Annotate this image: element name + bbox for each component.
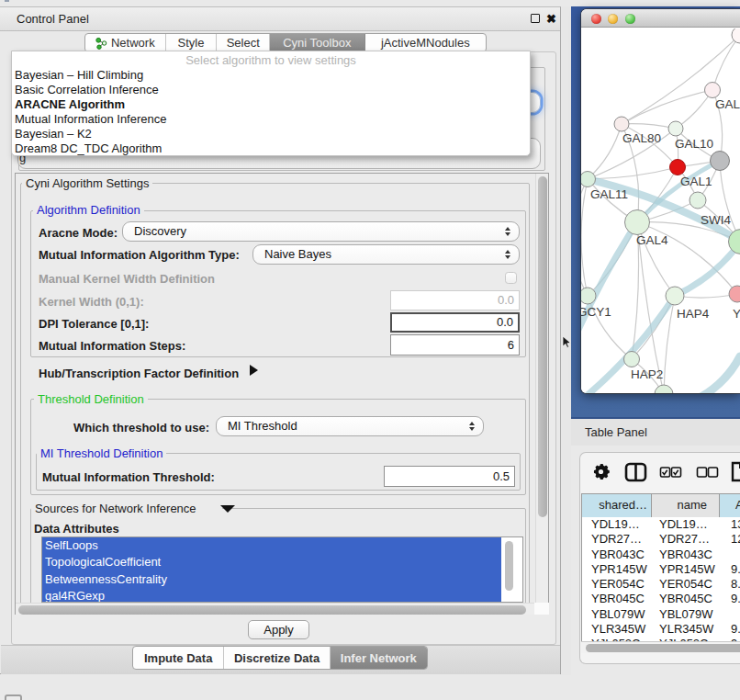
vertical-scrollbar[interactable] <box>535 174 548 615</box>
threshold-definition-title: Threshold Definition <box>34 393 148 405</box>
table-column-header[interactable]: shared… <box>582 494 652 517</box>
network-node-pink1[interactable] <box>705 83 721 98</box>
bottom-tab-discretize-data[interactable]: Discretize Data <box>224 647 330 669</box>
network-canvas[interactable]: GALGAL80GAL10GAL1GAL11SWI4GAL4GCY1HAP4YH… <box>581 28 740 393</box>
list-scrollbar-thumb[interactable] <box>505 541 513 591</box>
table-row[interactable]: YBR043CYBR043C <box>582 548 740 562</box>
network-node-label: GAL <box>715 97 740 111</box>
mi-steps-field[interactable]: 6 <box>390 334 520 356</box>
dpi-tolerance-field[interactable]: 0.0 <box>390 312 520 333</box>
table-horizontal-scrollbar[interactable] <box>581 641 740 653</box>
cytoscape-screen: Control Panel ✖ NetworkStyleSelectCyni T… <box>0 0 740 700</box>
zoom-traffic-light-icon[interactable] <box>625 14 635 24</box>
table-row[interactable]: YER054CYER054C8. <box>582 577 740 592</box>
manual-kernel-checkbox[interactable] <box>505 272 517 284</box>
table-row[interactable]: YDR27…YDR27…12 <box>582 532 740 547</box>
aracne-mode-label: Aracne Mode: <box>39 226 118 240</box>
algorithm-definition-title: Algorithm Definition <box>33 204 144 216</box>
dropdown-item[interactable]: Mutual Information Inference <box>15 112 525 127</box>
select-all-checkboxes-icon[interactable] <box>661 468 681 477</box>
network-node-gal80[interactable] <box>614 117 629 131</box>
table-row[interactable]: YLR345WYLR345W9. <box>582 622 740 637</box>
table-column-header[interactable]: A <box>720 494 740 517</box>
settings-scrollpane: Cyni Algorithm Settings Algorithm Defini… <box>15 173 549 615</box>
collapse-arrow-icon[interactable] <box>220 505 235 513</box>
network-node-gal1[interactable] <box>670 160 686 175</box>
mi-algorithm-type-label: Mutual Information Algorithm Type: <box>39 248 240 262</box>
horizontal-scrollbar[interactable] <box>16 603 534 615</box>
bottom-tab-infer-network[interactable]: Infer Network <box>331 647 427 669</box>
minimize-traffic-light-icon[interactable] <box>608 14 618 24</box>
float-window-icon[interactable] <box>531 14 540 23</box>
tab-style[interactable]: Style <box>166 34 218 51</box>
attribute-list-item[interactable]: BetweennessCentrality <box>42 571 501 588</box>
network-edge <box>675 242 740 296</box>
apply-button[interactable]: Apply <box>248 620 309 639</box>
data-attributes-list[interactable]: SelfLoopsTopologicalCoefficientBetweenne… <box>41 536 523 603</box>
dropdown-item[interactable]: Dream8 DC_TDC Algorithm <box>15 141 525 156</box>
network-node-gal10[interactable] <box>668 121 683 136</box>
table-cell: YLR345W <box>659 622 718 637</box>
document-icon[interactable] <box>733 463 740 480</box>
dock-button-fragment[interactable] <box>5 694 22 700</box>
table-cell: YBL079W <box>659 607 718 622</box>
table-cell: 12 <box>731 532 740 547</box>
table-cell <box>731 607 740 622</box>
network-node-hap4[interactable] <box>666 287 684 305</box>
tab-select[interactable]: Select <box>217 34 270 51</box>
table-row[interactable]: YBL079WYBL079W <box>582 607 740 622</box>
network-view-window[interactable]: GALGAL80GAL10GAL1GAL11SWI4GAL4GCY1HAP4YH… <box>581 9 740 393</box>
dropdown-item[interactable]: Bayesian – Hill Climbing <box>15 68 525 83</box>
table-row[interactable]: YDL19…YDL19…13 <box>582 517 740 532</box>
kernel-width-label: Kernel Width (0,1): <box>39 295 144 309</box>
attribute-list-item[interactable]: SelfLoops <box>42 537 501 554</box>
mi-algorithm-type-combo[interactable]: Naive Bayes <box>252 244 520 265</box>
close-traffic-light-icon[interactable] <box>591 14 601 24</box>
mi-algorithm-type-value: Naive Bayes <box>264 247 331 261</box>
table-column-header[interactable]: name <box>652 494 720 517</box>
network-window-titlebar[interactable] <box>581 9 740 28</box>
gear-icon[interactable] <box>594 464 610 480</box>
tab-cyni-toolbox[interactable]: Cyni Toolbox <box>270 34 365 51</box>
network-node-swi4[interactable] <box>690 192 706 209</box>
mi-threshold-field[interactable]: 0.5 <box>384 466 515 487</box>
network-node-hap2[interactable] <box>624 352 640 367</box>
network-edge <box>712 35 740 90</box>
table-row[interactable]: YBR045CYBR045C9. <box>582 592 740 606</box>
network-node-gal4[interactable] <box>625 210 650 235</box>
network-edge <box>588 124 622 179</box>
network-node-gcy1[interactable] <box>581 288 596 304</box>
split-columns-icon[interactable] <box>626 464 645 480</box>
network-node-gray[interactable] <box>711 152 730 171</box>
deselect-all-checkboxes-icon[interactable] <box>698 468 718 477</box>
network-node-salmon[interactable] <box>729 286 740 302</box>
network-node-gal11[interactable] <box>581 172 596 187</box>
hub-definition-label: Hub/Transcription Factor Definition <box>39 367 239 380</box>
table-scrollbar-thumb[interactable] <box>586 644 740 652</box>
which-threshold-combo[interactable]: MI Threshold <box>216 416 484 436</box>
table-row[interactable]: YPR145WYPR145W9. <box>582 562 740 577</box>
kernel-width-field[interactable]: 0.0 <box>390 290 520 310</box>
network-node-bottom[interactable] <box>655 385 673 393</box>
network-node-label: GAL1 <box>680 175 712 188</box>
table-cell: YDL19… <box>591 517 652 532</box>
attribute-list-item[interactable]: gal4RGexp <box>42 588 501 603</box>
table-cell: YPR145W <box>591 562 652 577</box>
dropdown-item[interactable]: Basic Correlation Inference <box>15 83 525 97</box>
network-node-label: HAP2 <box>631 367 663 381</box>
bottom-tab-impute-data[interactable]: Impute Data <box>133 647 224 669</box>
table-cell: YPR145W <box>659 562 718 577</box>
close-icon[interactable]: ✖ <box>546 7 556 30</box>
tab-jactivemnodules[interactable]: jActiveMNodules <box>365 34 486 51</box>
table-toolbar <box>580 453 740 493</box>
attribute-list-item[interactable]: TopologicalCoefficient <box>42 554 501 570</box>
vertical-scrollbar-thumb[interactable] <box>538 176 547 517</box>
control-panel-titlebar[interactable]: Control Panel ✖ <box>0 7 560 31</box>
horizontal-scrollbar-thumb[interactable] <box>18 605 526 615</box>
tab-network[interactable]: Network <box>85 34 166 51</box>
aracne-mode-combo[interactable]: Discovery <box>122 221 520 242</box>
list-vertical-scrollbar[interactable] <box>501 537 522 602</box>
expand-arrow-icon[interactable] <box>250 365 258 376</box>
dropdown-item[interactable]: ARACNE Algorithm <box>15 97 525 112</box>
dropdown-item[interactable]: Bayesian – K2 <box>15 127 525 141</box>
